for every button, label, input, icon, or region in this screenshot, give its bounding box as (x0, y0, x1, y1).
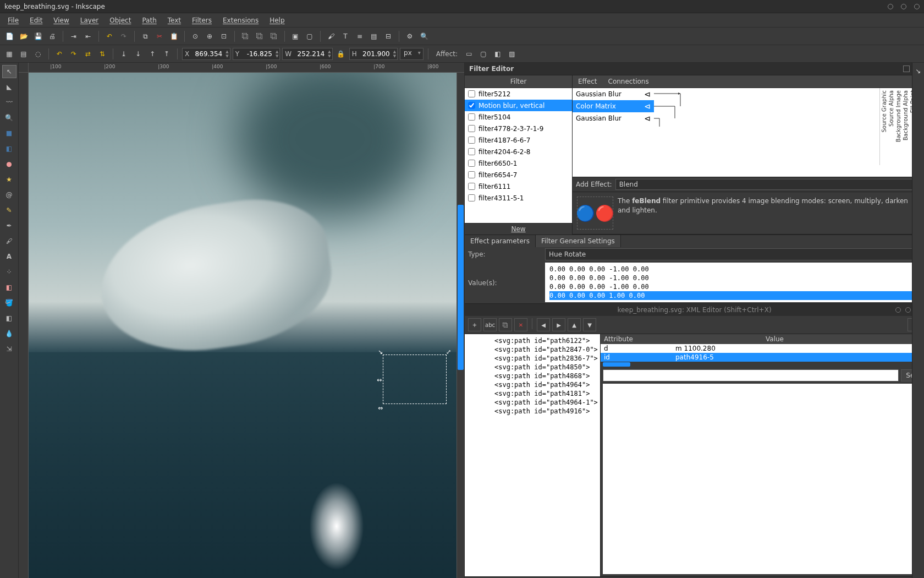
xml-node[interactable]: <svg:path id="path4850"> (467, 363, 598, 372)
print-icon[interactable]: 🖨 (46, 30, 58, 42)
menu-path[interactable]: Path (136, 15, 162, 25)
xml-del-icon[interactable]: ✕ (514, 318, 527, 331)
xml-down-icon[interactable]: ▼ (583, 318, 596, 331)
cut-icon[interactable]: ✂ (153, 30, 166, 42)
prefs-icon[interactable]: ⚙ (404, 30, 416, 42)
eraser-tool-icon[interactable]: ◧ (2, 281, 16, 294)
xml-node[interactable]: <svg:path id="path4964-1"> (467, 398, 598, 407)
w-spinner[interactable]: W▲▼ (282, 48, 332, 60)
menu-filters[interactable]: Filters (186, 15, 217, 25)
zoom-sel-icon[interactable]: ⊙ (189, 30, 201, 42)
menu-layer[interactable]: Layer (75, 15, 104, 25)
menu-view[interactable]: View (48, 15, 74, 25)
raise-top-icon[interactable]: ⤒ (161, 48, 173, 60)
spray-tool-icon[interactable]: ⁘ (2, 265, 16, 279)
scrollbar-vertical[interactable] (457, 73, 464, 578)
connector-tool-icon[interactable]: ⇲ (2, 342, 16, 356)
affect-corners-icon[interactable]: ▢ (477, 48, 490, 60)
xml-max-icon[interactable] (905, 307, 911, 313)
star-tool-icon[interactable]: ★ (2, 173, 16, 186)
affect-gradient-icon[interactable]: ◧ (492, 48, 504, 60)
zoom-tool-icon[interactable]: 🔍 (2, 111, 16, 124)
panel-iconify-icon[interactable] (903, 66, 910, 72)
flip-h-icon[interactable]: ⇄ (82, 48, 94, 60)
new-filter-button[interactable]: New (465, 223, 572, 235)
filter-item[interactable]: filter5212 (465, 88, 572, 100)
affect-pattern-icon[interactable]: ▨ (506, 48, 518, 60)
xml-node[interactable]: <svg:path id="path4181"> (467, 389, 598, 398)
fill-tool-icon[interactable]: 🪣 (2, 296, 16, 309)
text-tool-icon[interactable]: A (2, 250, 16, 263)
clone-icon[interactable]: ⿻ (254, 30, 266, 42)
add-effect-select[interactable]: Blend (615, 179, 921, 190)
export-icon[interactable]: ⇤ (82, 30, 94, 42)
h-spinner[interactable]: H▲▼ (349, 48, 398, 60)
rotate-cw-icon[interactable]: ↷ (68, 48, 80, 60)
copy-icon[interactable]: ⧉ (139, 30, 151, 42)
y-input[interactable] (241, 48, 274, 59)
effect-list[interactable]: Gaussian Blur⊲Color Matrix⊲Gaussian Blur… (573, 88, 654, 177)
effect-item[interactable]: Gaussian Blur⊲ (573, 112, 654, 124)
ellipse-tool-icon[interactable]: ● (2, 157, 16, 171)
ungroup-icon[interactable]: ▢ (304, 30, 316, 42)
xml-node[interactable]: <svg:path id="path4868"> (467, 372, 598, 380)
attr-list[interactable]: dm 1100.280idpath4916-5 (601, 344, 924, 362)
import-icon[interactable]: ⇥ (68, 30, 80, 42)
filter-item[interactable]: filter4204-6-2-8 (465, 146, 572, 157)
selection-box[interactable]: ↘ ⤢ ⇔ ↔ (383, 355, 447, 404)
w-input[interactable] (294, 48, 327, 59)
unit-select[interactable]: px (400, 48, 424, 60)
save-icon[interactable]: 💾 (32, 30, 44, 42)
attr-name-input[interactable] (603, 369, 899, 381)
duplicate-icon[interactable]: ⿻ (239, 30, 251, 42)
selector-tool-icon[interactable]: ↖ (2, 65, 16, 78)
xml-tree[interactable]: <svg:path id="path6122"><svg:path id="pa… (465, 334, 600, 576)
x-input[interactable] (191, 48, 224, 59)
effect-item[interactable]: Color Matrix⊲ (573, 100, 654, 112)
filter-item[interactable]: filter6111 (465, 181, 572, 192)
xml-dup-icon[interactable]: ⿻ (499, 318, 512, 331)
xml-newnode-icon[interactable]: + (468, 318, 481, 331)
canvas[interactable]: ↘ ⤢ ⇔ ↔ (29, 73, 457, 578)
3dbox-tool-icon[interactable]: ◧ (2, 142, 16, 155)
open-icon[interactable]: 📂 (18, 30, 30, 42)
bezier-tool-icon[interactable]: ✒ (2, 219, 16, 232)
lock-aspect-icon[interactable]: 🔒 (335, 48, 347, 60)
undo-icon[interactable]: ↶ (103, 30, 116, 42)
text-props-icon[interactable]: T (339, 30, 351, 42)
redo-icon[interactable]: ↷ (118, 30, 130, 42)
xml-node[interactable]: <svg:path id="path2847-0"> (467, 345, 598, 354)
xml-next-icon[interactable]: ▶ (552, 318, 565, 331)
new-doc-icon[interactable]: 📄 (3, 30, 15, 42)
h-input[interactable] (359, 48, 392, 59)
menu-file[interactable]: File (2, 15, 24, 25)
gradient-tool-icon[interactable]: ◧ (2, 312, 16, 325)
docprops-icon[interactable]: 🔍 (418, 30, 430, 42)
close-icon[interactable] (914, 4, 920, 9)
menu-text[interactable]: Text (162, 15, 186, 25)
rotate-ccw-icon[interactable]: ↶ (53, 48, 65, 60)
filter-item[interactable]: filter4187-6-6-7 (465, 134, 572, 146)
menu-edit[interactable]: Edit (24, 15, 48, 25)
spiral-tool-icon[interactable]: @ (2, 188, 16, 201)
affect-stroke-icon[interactable]: ▭ (463, 48, 475, 60)
zoom-draw-icon[interactable]: ⊕ (204, 30, 216, 42)
flip-v-icon[interactable]: ⇅ (96, 48, 108, 60)
xml-min-icon[interactable] (895, 307, 901, 313)
select-layers-icon[interactable]: ▤ (18, 48, 30, 60)
fill-stroke-icon[interactable]: 🖌 (325, 30, 337, 42)
layers-icon[interactable]: ≡ (354, 30, 366, 42)
menu-extensions[interactable]: Extensions (217, 15, 264, 25)
tweak-tool-icon[interactable]: 〰 (2, 96, 16, 109)
filter-list[interactable]: filter5212Motion blur, verticalfilter510… (465, 88, 572, 223)
lower-bottom-icon[interactable]: ⤓ (118, 48, 130, 60)
menu-help[interactable]: Help (264, 15, 290, 25)
dock-strip[interactable]: ↘ (912, 63, 924, 578)
filter-item[interactable]: filter6654-7 (465, 169, 572, 181)
raise-icon[interactable]: ↑ (146, 48, 158, 60)
attr-value-textarea[interactable] (603, 384, 922, 574)
paste-icon[interactable]: 📋 (168, 30, 180, 42)
xml-node[interactable]: <svg:path id="path4964"> (467, 380, 598, 389)
minimize-icon[interactable] (888, 4, 893, 9)
deselect-icon[interactable]: ◌ (32, 48, 44, 60)
